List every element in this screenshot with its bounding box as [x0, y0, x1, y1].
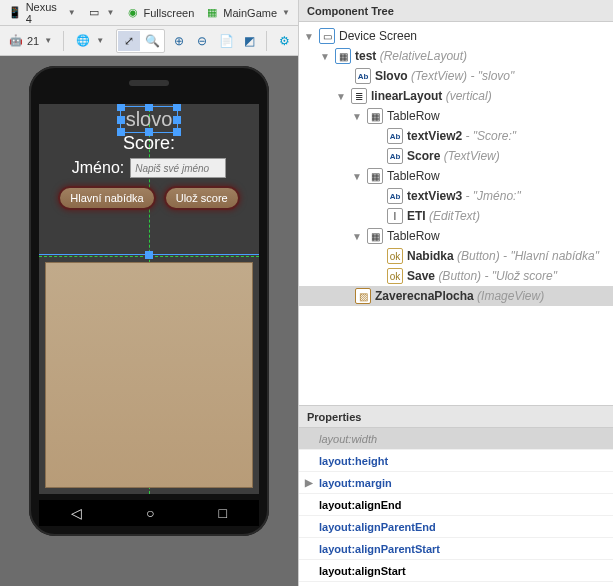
device-icon: 📱	[8, 5, 23, 21]
activity-label: MainGame	[223, 7, 277, 19]
tablerow-icon: ▦	[367, 168, 383, 184]
edittext-jmeno[interactable]	[130, 158, 226, 178]
activity-selector[interactable]: ▦ MainGame ▼	[200, 3, 294, 23]
textview-icon: Ab	[355, 68, 371, 84]
tree-node-score[interactable]: Ab Score (TextView)	[299, 146, 613, 166]
button-icon: ok	[387, 268, 403, 284]
tree-node-device-screen[interactable]: ▼ ▭ Device Screen	[299, 26, 613, 46]
globe-icon: 🌐	[75, 33, 91, 49]
property-row-align-end[interactable]: layout:alignEnd	[299, 494, 613, 516]
tree-node-nabidka[interactable]: ok Nabidka (Button)Hlavní nabídka	[299, 246, 613, 266]
expand-icon[interactable]: ▼	[335, 91, 347, 102]
textview-icon: Ab	[387, 128, 403, 144]
tree-label: textView2Score:	[407, 129, 516, 143]
nav-home-icon: ○	[146, 505, 154, 521]
row-buttons: Hlavní nabídka Ulož score	[58, 186, 239, 210]
tree-node-eti[interactable]: I ETI (EditText)	[299, 206, 613, 226]
design-preview-pane: 📱 Nexus 4 ▼ ▭ ▼ ◉ Fullscreen ▦ MainGame …	[0, 0, 299, 586]
button-nabidka[interactable]: Hlavní nabídka	[58, 186, 155, 210]
chevron-down-icon: ▼	[44, 36, 52, 45]
chevron-down-icon: ▼	[282, 8, 290, 17]
zoom-out-button[interactable]: ⊖	[193, 31, 213, 51]
zoom-in-button[interactable]: ⊕	[169, 31, 189, 51]
tree-node-save[interactable]: ok Save (Button)Ulož score	[299, 266, 613, 286]
selection-outline-large	[39, 254, 259, 494]
nav-back-icon: ◁	[71, 505, 82, 521]
theme-label: Fullscreen	[144, 7, 195, 19]
orientation-selector[interactable]: ▭ ▼	[82, 3, 119, 23]
refresh-button[interactable]: 📄	[216, 31, 236, 51]
tree-node-linearlayout[interactable]: ▼ ≣ linearLayout (vertical)	[299, 86, 613, 106]
tree-node-tablerow-3[interactable]: ▼ ▦ TableRow	[299, 226, 613, 246]
tree-label: linearLayout (vertical)	[371, 89, 492, 103]
properties-list[interactable]: layout:width layout:height ▶layout:margi…	[299, 428, 613, 586]
expand-icon[interactable]: ▼	[319, 51, 331, 62]
layout-content: slovo Score: Jméno: Hlavní nabídka Ulož …	[39, 108, 259, 210]
zoom-fit-button[interactable]: ⤢	[118, 31, 140, 51]
property-row-layout-margin[interactable]: ▶layout:margin	[299, 472, 613, 494]
activity-icon: ▦	[204, 5, 220, 21]
device-screen-area: slovo Score: Jméno: Hlavní nabídka Ulož …	[39, 104, 259, 494]
device-icon: ▭	[319, 28, 335, 44]
orientation-icon: ▭	[86, 5, 102, 21]
component-tree-panel: Component Tree ▼ ▭ Device Screen ▼ ▦ tes…	[299, 0, 613, 406]
property-row-align-parent-start[interactable]: layout:alignParentStart	[299, 538, 613, 560]
zoom-mode-group: ⤢ 🔍	[116, 29, 165, 53]
api-selector[interactable]: 🤖 21 ▼	[4, 31, 56, 51]
tree-node-textview2[interactable]: Ab textView2Score:	[299, 126, 613, 146]
textview-icon: Ab	[387, 148, 403, 164]
expand-icon[interactable]: ▶	[305, 477, 313, 488]
selection-outline	[120, 106, 179, 133]
tree-label: Score (TextView)	[407, 149, 500, 163]
chevron-down-icon: ▼	[96, 36, 104, 45]
tree-node-textview3[interactable]: Ab textView3Jméno:	[299, 186, 613, 206]
row-jmeno: Jméno:	[72, 158, 226, 178]
preview-toolbar-2: 🤖 21 ▼ 🌐 ▼ ⤢ 🔍 ⊕ ⊖ 📄 ◩ ⚙	[0, 26, 298, 56]
device-selector[interactable]: 📱 Nexus 4 ▼	[4, 0, 80, 27]
theme-selector[interactable]: ◉ Fullscreen	[121, 3, 199, 23]
zoom-actual-button[interactable]: 🔍	[141, 31, 163, 51]
locale-selector[interactable]: 🌐 ▼	[71, 31, 108, 51]
edittext-icon: I	[387, 208, 403, 224]
settings-button[interactable]: ⚙	[274, 31, 294, 51]
divider	[266, 31, 267, 51]
chevron-down-icon: ▼	[68, 8, 76, 17]
tablerow-icon: ▦	[367, 108, 383, 124]
button-save[interactable]: Ulož score	[164, 186, 240, 210]
nav-recent-icon: □	[219, 505, 227, 521]
tree-node-tablerow-2[interactable]: ▼ ▦ TableRow	[299, 166, 613, 186]
textview-slovo[interactable]: slovo	[126, 108, 173, 131]
tree-node-zaverecna[interactable]: ▨ ZaverecnaPlocha (ImageView)	[299, 286, 613, 306]
button-icon: ok	[387, 248, 403, 264]
preview-canvas[interactable]: slovo Score: Jméno: Hlavní nabídka Ulož …	[0, 56, 298, 586]
device-nav-bar: ◁ ○ □	[39, 500, 259, 526]
expand-icon[interactable]: ▼	[303, 31, 315, 42]
tree-label: ZaverecnaPlocha (ImageView)	[375, 289, 544, 303]
android-icon: 🤖	[8, 33, 24, 49]
tree-node-tablerow-1[interactable]: ▼ ▦ TableRow	[299, 106, 613, 126]
component-tree-header: Component Tree	[299, 0, 613, 22]
screenshot-button[interactable]: ◩	[240, 31, 260, 51]
expand-icon[interactable]: ▼	[351, 231, 363, 242]
preview-toolbar-1: 📱 Nexus 4 ▼ ▭ ▼ ◉ Fullscreen ▦ MainGame …	[0, 0, 298, 26]
expand-icon[interactable]: ▼	[351, 111, 363, 122]
theme-icon: ◉	[125, 5, 141, 21]
device-label: Nexus 4	[26, 1, 63, 25]
textview-score[interactable]: Score:	[123, 133, 175, 154]
property-row-align-start[interactable]: layout:alignStart	[299, 560, 613, 582]
component-tree[interactable]: ▼ ▭ Device Screen ▼ ▦ test (RelativeLayo…	[299, 22, 613, 310]
tree-node-slovo[interactable]: Ab Slovo (TextView)slovo	[299, 66, 613, 86]
property-row-layout-height[interactable]: layout:height	[299, 450, 613, 472]
tree-label: Save (Button)Ulož score	[407, 269, 557, 283]
tree-label: TableRow	[387, 109, 440, 123]
property-row-align-parent-end[interactable]: layout:alignParentEnd	[299, 516, 613, 538]
property-row-layout-width[interactable]: layout:width	[299, 428, 613, 450]
tablerow-icon: ▦	[367, 228, 383, 244]
label-jmeno[interactable]: Jméno:	[72, 159, 124, 177]
tree-label: TableRow	[387, 169, 440, 183]
properties-panel: Properties layout:width layout:height ▶l…	[299, 406, 613, 586]
tree-label: Slovo (TextView)slovo	[375, 69, 514, 83]
tree-node-test[interactable]: ▼ ▦ test (RelativeLayout)	[299, 46, 613, 66]
expand-icon[interactable]: ▼	[351, 171, 363, 182]
imageview-icon: ▨	[355, 288, 371, 304]
